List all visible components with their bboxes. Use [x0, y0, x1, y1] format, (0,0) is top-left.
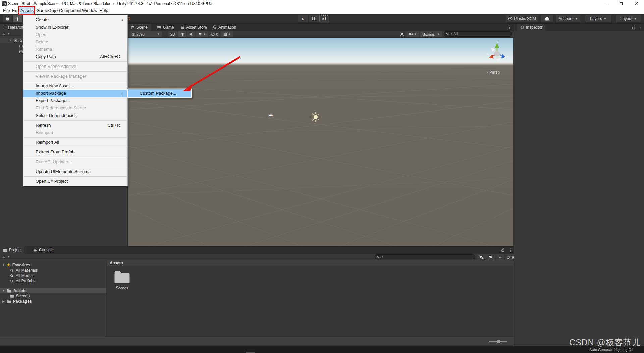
- tree-item-all-materials[interactable]: All Materials: [0, 268, 106, 273]
- shading-mode-label: Shaded: [132, 32, 145, 36]
- menu-item-export-package[interactable]: Export Package...: [23, 97, 127, 104]
- tab-scene[interactable]: Scene: [128, 24, 151, 31]
- account-dropdown[interactable]: Account▼: [556, 15, 580, 22]
- menubar-item-assets[interactable]: Assets: [19, 7, 35, 14]
- shading-mode-dropdown[interactable]: Shaded▼: [129, 31, 162, 37]
- tab-inspector[interactable]: Inspector: [517, 24, 545, 31]
- menubar-item-help[interactable]: Help: [98, 7, 110, 14]
- gizmos-dropdown[interactable]: Gizmos▼: [420, 31, 442, 37]
- move-tool-button[interactable]: [13, 15, 22, 22]
- menu-item-select-dependencies[interactable]: Select Dependencies: [23, 112, 127, 119]
- asset-folder-scenes[interactable]: Scenes: [110, 270, 135, 294]
- tab-animation[interactable]: Animation: [210, 24, 239, 31]
- panel-menu-icon[interactable]: ⋮: [639, 25, 643, 30]
- menu-item-copy-path[interactable]: Copy PathAlt+Ctrl+C: [23, 53, 127, 60]
- tab-label: Game: [163, 25, 174, 30]
- camera-gizmo-icon[interactable]: ☁: [268, 111, 273, 118]
- chevron-down-icon: ▼: [157, 33, 160, 36]
- search-by-type-button[interactable]: [477, 254, 486, 260]
- tab-hierarchy[interactable]: ☰ Hierarch: [0, 24, 26, 31]
- tab-label: Inspector: [526, 25, 542, 30]
- menubar-item-component[interactable]: Component: [58, 7, 83, 14]
- chevron-down-icon[interactable]: ▼: [7, 255, 10, 258]
- tab-label: Animation: [218, 25, 236, 30]
- maximize-button[interactable]: [613, 0, 629, 7]
- folder-icon: [114, 270, 130, 283]
- pause-button[interactable]: [309, 15, 319, 22]
- tree-item-all-prefabs[interactable]: All Prefabs: [0, 278, 106, 284]
- create-asset-button[interactable]: +: [2, 254, 5, 260]
- scene-audio-toggle[interactable]: [187, 31, 195, 37]
- panel-menu-icon[interactable]: ⋮: [507, 25, 512, 30]
- perspective-mode-label[interactable]: ‹ Persp: [487, 70, 500, 75]
- menu-item-open-c-project[interactable]: Open C# Project: [23, 178, 127, 185]
- directional-light-gizmo-icon[interactable]: [311, 112, 321, 122]
- foldout-arrow-icon[interactable]: ▶: [2, 300, 5, 303]
- tree-item-label: Packages: [13, 299, 32, 304]
- tree-item-label: All Prefabs: [16, 279, 35, 283]
- auto-generate-lighting-status[interactable]: Auto Generate Lighting Off: [589, 348, 633, 352]
- menubar-item-file[interactable]: File: [2, 7, 11, 14]
- menu-item-create[interactable]: Create›: [23, 16, 127, 24]
- menu-item-import-package[interactable]: Import Package›: [23, 90, 127, 97]
- editor-tools-button[interactable]: [398, 31, 406, 37]
- menu-item-extract-from-prefab[interactable]: Extract From Prefab: [23, 148, 127, 156]
- cloud-button[interactable]: [541, 15, 553, 22]
- step-button[interactable]: ▶: [319, 15, 329, 22]
- chevron-down-icon[interactable]: ▼: [7, 32, 10, 35]
- scene-search-input[interactable]: ▼ All: [444, 31, 512, 37]
- menu-separator: [24, 167, 127, 167]
- scene-grid-dropdown[interactable]: ▼: [221, 31, 233, 37]
- tree-item-favorites[interactable]: ▼ ★ Favorites: [0, 262, 106, 268]
- tab-game[interactable]: Game: [154, 24, 177, 31]
- tree-item-assets[interactable]: ▼ Assets: [0, 288, 106, 293]
- plastic-scm-button[interactable]: Plastic SCM: [506, 15, 538, 22]
- scene-viewport[interactable]: ☁ y x z ‹ Persp: [128, 38, 513, 246]
- star-icon: ★: [498, 255, 502, 259]
- tab-console[interactable]: Console: [30, 246, 57, 254]
- tree-item-packages[interactable]: ▶ Packages: [0, 299, 106, 304]
- tree-item-all-models[interactable]: All Models: [0, 273, 106, 278]
- orientation-gizmo[interactable]: y x z: [484, 40, 510, 66]
- project-search-input[interactable]: ▼: [375, 254, 475, 259]
- tab-label: Asset Store: [186, 25, 207, 30]
- menu-item-refresh[interactable]: RefreshCtrl+R: [23, 122, 127, 129]
- 2d-toggle-button[interactable]: 2D: [168, 31, 177, 37]
- foldout-arrow-icon[interactable]: ▼: [2, 263, 5, 267]
- tree-item-scenes[interactable]: Scenes: [0, 293, 106, 299]
- menu-item-show-in-explorer[interactable]: Show in Explorer: [23, 24, 127, 31]
- foldout-arrow-icon[interactable]: ▼: [9, 39, 11, 42]
- content-breadcrumb[interactable]: Assets: [106, 260, 514, 266]
- menubar-item-window[interactable]: Window: [80, 7, 99, 14]
- hidden-packages-toggle[interactable]: ∅9: [505, 254, 515, 260]
- menu-item-reimport-all[interactable]: Reimport All: [23, 139, 127, 146]
- minimize-button[interactable]: [598, 0, 613, 7]
- scene-visibility-toggle[interactable]: ∅0: [209, 31, 220, 37]
- menu-item-custom-package[interactable]: Custom Package...: [128, 89, 191, 97]
- close-button[interactable]: [629, 0, 644, 7]
- layout-dropdown[interactable]: Layout▼: [616, 15, 641, 22]
- search-by-label-button[interactable]: [486, 254, 495, 260]
- lock-icon[interactable]: [632, 25, 636, 29]
- speaker-icon: [189, 32, 193, 36]
- tab-project[interactable]: Project: [0, 246, 24, 254]
- lock-icon[interactable]: [501, 248, 505, 252]
- plastic-scm-icon: [508, 17, 512, 21]
- layers-dropdown[interactable]: Layers▼: [585, 15, 611, 22]
- eye-slash-icon: ∅: [506, 255, 510, 260]
- hand-tool-button[interactable]: [3, 15, 12, 22]
- play-button[interactable]: ▶: [298, 15, 308, 22]
- menu-item-import-new-asset[interactable]: Import New Asset...: [23, 82, 127, 90]
- tab-asset-store[interactable]: Asset Store: [178, 24, 210, 31]
- grid-icon: [223, 32, 227, 36]
- foldout-arrow-icon[interactable]: ▼: [2, 289, 5, 292]
- scene-lighting-toggle[interactable]: [178, 31, 186, 37]
- add-object-button[interactable]: +: [2, 31, 5, 37]
- panel-menu-icon[interactable]: ⋮: [508, 248, 513, 253]
- camera-view-dropdown[interactable]: ▼: [407, 31, 419, 37]
- scene-effects-dropdown[interactable]: ▼: [196, 31, 208, 37]
- star-icon: ★: [7, 263, 10, 267]
- menu-item-update-uielements-schema[interactable]: Update UIElements Schema: [23, 168, 127, 175]
- menu-separator: [24, 137, 127, 138]
- favorites-filter-button[interactable]: ★: [496, 254, 504, 260]
